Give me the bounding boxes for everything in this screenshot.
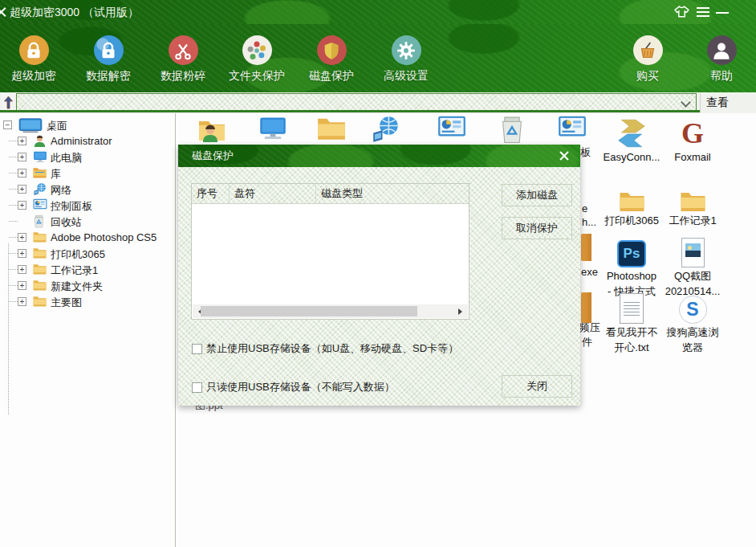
- expand-icon[interactable]: +: [18, 233, 26, 242]
- toolbar-item-super-encrypt[interactable]: 超级加密: [0, 35, 71, 84]
- text-file-icon: [600, 292, 663, 324]
- basket-icon: [633, 35, 663, 65]
- minimize-icon[interactable]: [714, 5, 730, 19]
- expand-icon[interactable]: +: [18, 137, 26, 145]
- tree-item-recycle-bin[interactable]: 回收站: [0, 214, 175, 230]
- toolbar-item-disk-protect[interactable]: 磁盘保护: [295, 35, 368, 84]
- toolbar-item-label: 数据解密: [71, 69, 145, 84]
- up-arrow-button[interactable]: [2, 94, 15, 111]
- desktop-icon-worklog-folder[interactable]: 工作记录1: [661, 180, 724, 227]
- desktop-icon-qq-screenshot[interactable]: QQ截图 20210514...: [661, 235, 724, 298]
- toolbar-item-label: 磁盘保护: [295, 69, 368, 84]
- desktop-icon-computer[interactable]: [258, 115, 287, 145]
- cancel-protect-button[interactable]: 取消保护: [502, 217, 572, 239]
- desktop-icon-network[interactable]: [372, 115, 400, 145]
- table-header: 序号 盘符 磁盘类型: [192, 184, 469, 204]
- desktop-icon-easyconnect[interactable]: EasyConn...: [600, 116, 663, 164]
- toolbar-item-settings[interactable]: 高级设置: [369, 35, 443, 84]
- tree-item-main-images[interactable]: + 主要图: [0, 294, 175, 310]
- clipped-label-fragment: 件: [582, 335, 592, 349]
- desktop-icon-text-file[interactable]: 看见我开不 开心.txt: [600, 292, 663, 354]
- app-window: 超级加密3000 （试用版） 超级加密 数据解密 数据粉碎: [0, 0, 756, 547]
- folder-icon: [33, 295, 47, 309]
- checkbox-icon[interactable]: [192, 382, 202, 393]
- person-icon: [707, 35, 737, 65]
- checkbox-forbid-usb[interactable]: 禁止使用USB存储设备（如U盘、移动硬盘、SD卡等）: [192, 342, 458, 355]
- expand-icon[interactable]: +: [18, 185, 26, 194]
- folder-tree-panel: − 桌面 + Administrator + 此电脑 + 库 + 网络: [0, 113, 175, 547]
- toolbar-item-buy[interactable]: 购买: [611, 35, 685, 84]
- column-header-number: 序号: [192, 184, 230, 203]
- desktop-icon-foxmail[interactable]: G Foxmail: [661, 116, 724, 164]
- folder-icon: [33, 231, 47, 245]
- toolbar-item-folder-protect[interactable]: 文件夹保护: [220, 35, 294, 84]
- toolbar-item-decrypt[interactable]: 数据解密: [71, 35, 145, 84]
- toolbar-item-label: 购买: [611, 69, 685, 84]
- lock-orange-icon: [19, 35, 49, 65]
- desktop-icon-admin-folder[interactable]: [197, 115, 226, 145]
- scrollbar-thumb[interactable]: [201, 306, 417, 316]
- disk-protect-dialog: 磁盘保护 序号 盘符 磁盘类型 添加磁盘 取消保护 关闭: [178, 145, 580, 406]
- menu-icon[interactable]: [695, 5, 711, 19]
- toolbar-item-help[interactable]: 帮助: [685, 35, 756, 84]
- expand-icon[interactable]: +: [18, 153, 26, 161]
- clipped-label-fragment: 板: [580, 145, 591, 160]
- column-header-disk-type: 磁盘类型: [316, 184, 469, 203]
- tree-item-administrator[interactable]: + Administrator: [0, 133, 175, 149]
- expand-icon[interactable]: +: [18, 281, 26, 290]
- tree-item-printer-3065[interactable]: + 打印机3065: [0, 246, 175, 262]
- toolbar-item-shred[interactable]: 数据粉碎: [146, 35, 220, 84]
- address-input[interactable]: [16, 93, 697, 111]
- tree-item-control-panel[interactable]: + 控制面板: [0, 198, 175, 214]
- scroll-right-icon[interactable]: [458, 308, 465, 315]
- tree-item-adobe-photoshop-cs5[interactable]: + Adobe Photoshop CS5: [0, 230, 175, 246]
- tree-item-network[interactable]: + 网络: [0, 182, 175, 198]
- folder-protect-icon: [242, 35, 272, 65]
- desktop-icon-photoshop-shortcut[interactable]: Ps Photoshop - 快捷方式: [600, 235, 663, 298]
- dialog-body: 序号 盘符 磁盘类型 添加磁盘 取消保护 关闭 禁止使用USB存储设备（如U盘、…: [178, 167, 580, 406]
- window-title: 超级加密3000 （试用版）: [10, 0, 139, 24]
- horizontal-scrollbar[interactable]: [193, 304, 468, 318]
- disk-list-table[interactable]: 序号 盘符 磁盘类型: [191, 183, 469, 320]
- lock-blue-icon: [94, 35, 124, 65]
- expand-icon[interactable]: +: [18, 265, 26, 274]
- desktop-icon-control-panel[interactable]: [437, 115, 466, 145]
- clipped-label-fragment: exe: [581, 266, 598, 278]
- desktop-icon-recycle-bin[interactable]: [499, 115, 528, 145]
- shield-icon: [317, 35, 347, 65]
- foxmail-icon: G: [661, 116, 724, 149]
- clipped-icon-fragment: [581, 292, 591, 323]
- main-toolbar: 超级加密 数据解密 数据粉碎 文件夹保护 磁盘保护: [0, 24, 756, 92]
- checkbox-readonly-usb[interactable]: 只读使用USB存储设备（不能写入数据）: [192, 381, 395, 394]
- chevron-down-icon[interactable]: [681, 97, 691, 108]
- tree-item-desktop[interactable]: − 桌面: [0, 117, 175, 133]
- toolbar-item-label: 超级加密: [0, 69, 71, 84]
- toolbar-item-label: 数据粉碎: [146, 69, 220, 84]
- folder-icon: [33, 263, 47, 277]
- dialog-title-bar: 磁盘保护: [178, 145, 580, 167]
- folder-icon: [33, 279, 47, 293]
- add-disk-button[interactable]: 添加磁盘: [502, 184, 572, 206]
- skin-icon[interactable]: [674, 5, 690, 19]
- expand-icon[interactable]: +: [18, 297, 26, 306]
- tree-item-this-pc[interactable]: + 此电脑: [0, 149, 175, 165]
- dialog-close-icon[interactable]: [558, 149, 571, 162]
- close-button[interactable]: 关闭: [502, 375, 572, 398]
- desktop-icon-control-panel-2[interactable]: [558, 115, 587, 145]
- view-button[interactable]: 查看: [706, 96, 729, 110]
- tree-item-libraries[interactable]: + 库: [0, 165, 175, 182]
- desktop-icon-printer-folder[interactable]: 打印机3065: [600, 180, 663, 227]
- expand-icon[interactable]: +: [18, 249, 26, 258]
- expand-icon[interactable]: +: [18, 169, 26, 178]
- desktop-icon-folder[interactable]: [317, 115, 346, 145]
- column-header-drive-letter: 盘符: [230, 184, 316, 203]
- folder-icon: [600, 180, 663, 212]
- expand-icon[interactable]: +: [18, 201, 26, 210]
- user-icon: [33, 134, 47, 150]
- tree-item-new-folder[interactable]: + 新建文件夹: [0, 278, 175, 294]
- divider: [700, 93, 701, 112]
- collapse-icon[interactable]: −: [3, 120, 12, 129]
- checkbox-icon[interactable]: [192, 344, 202, 354]
- desktop-icon-sogou-browser[interactable]: S 搜狗高速浏 览器: [661, 292, 724, 354]
- tree-item-work-log-1[interactable]: + 工作记录1: [0, 262, 175, 278]
